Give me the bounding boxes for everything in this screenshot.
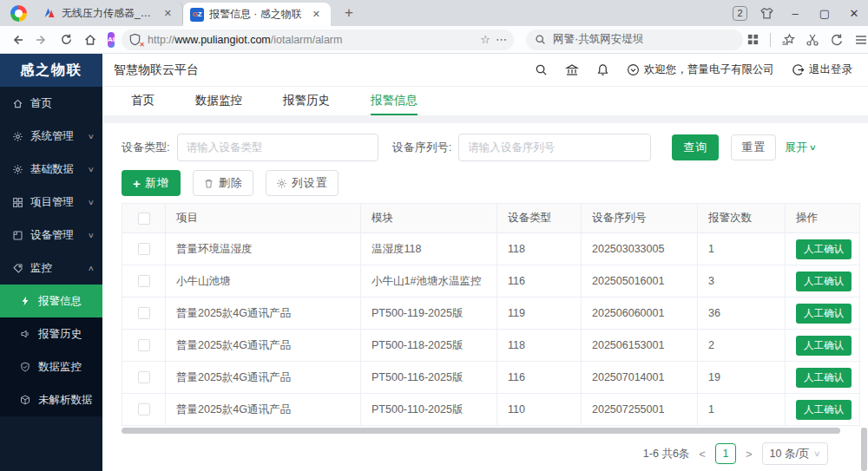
screenshot-scissors-icon[interactable] (806, 33, 819, 47)
col-actions: 操作 (786, 204, 860, 233)
gear-icon (276, 178, 287, 189)
tab2-close-icon[interactable]: ✕ (309, 7, 324, 22)
manual-confirm-button[interactable]: 人工确认 (796, 239, 852, 259)
more-actions-icon[interactable]: ⋯ (496, 33, 507, 46)
window-close-button[interactable]: ✕ (845, 7, 863, 20)
sidebar-item-monitor[interactable]: 监控 ∧ (0, 252, 102, 285)
select-all-checkbox[interactable] (138, 213, 150, 225)
undo-history-icon[interactable] (830, 33, 844, 47)
prev-page-button[interactable]: < (697, 448, 707, 461)
row-checkbox[interactable] (138, 307, 150, 319)
row-checkbox[interactable] (138, 339, 150, 351)
organization-icon[interactable] (565, 63, 579, 77)
sidebar-item-label: 数据监控 (38, 360, 82, 375)
sidebar-item-system[interactable]: 系统管理 ∨ (0, 120, 102, 153)
browser-logo-icon[interactable] (10, 5, 27, 22)
sidebar-item-label: 项目管理 (30, 195, 74, 210)
plus-icon: + (133, 176, 141, 191)
platform-title: 智慧物联云平台 (114, 62, 199, 78)
row-checkbox[interactable] (138, 243, 150, 255)
next-page-button[interactable]: > (744, 448, 754, 461)
table-row: 普量环境温湿度 温湿度118 118 202503033005 1 人工确认 (122, 233, 860, 265)
manual-confirm-button[interactable]: 人工确认 (796, 368, 852, 388)
url-scheme: http:// (148, 34, 174, 46)
quick-search-box[interactable]: 网警·共筑网安堤坝 (526, 29, 743, 50)
site-security-shield-icon[interactable]: ✕ (128, 33, 142, 47)
column-settings-button[interactable]: 列设置 (266, 170, 339, 196)
sidebar-item-basedata[interactable]: 基础数据 ∨ (0, 153, 102, 186)
page-vertical-scrollbar[interactable] (861, 428, 867, 471)
main-panel: 智慧物联云平台 欢迎您，普量电子有限公司 (102, 54, 868, 471)
device-type-input[interactable] (177, 134, 378, 161)
sidebar-item-alarm-history[interactable]: 报警历史 (0, 317, 102, 350)
new-tab-button[interactable]: + (339, 4, 358, 22)
current-page-button[interactable]: 1 (715, 443, 736, 464)
tab-alarm-history[interactable]: 报警历史 (283, 87, 330, 115)
expand-link[interactable]: 展开∨ (785, 140, 816, 155)
manual-confirm-button[interactable]: 人工确认 (796, 271, 852, 291)
sidebar-item-project[interactable]: 项目管理 ∨ (0, 186, 102, 219)
search-button[interactable]: 查询 (672, 134, 719, 160)
reset-button[interactable]: 重置 (731, 134, 776, 160)
manual-confirm-button[interactable]: 人工确认 (796, 336, 852, 356)
maximize-button[interactable]: ▢ (816, 7, 833, 20)
account-menu[interactable]: 欢迎您，普量电子有限公司 (627, 62, 774, 77)
back-button[interactable] (7, 29, 28, 50)
tab-count-badge[interactable]: 2 (733, 6, 747, 21)
browser-tab-alarm[interactable]: GZ 报警信息 · 感之物联 ✕ (183, 3, 331, 26)
device-type-label: 设备类型: (122, 140, 170, 155)
workspace-shirt-icon[interactable] (760, 6, 774, 21)
table-row: 普量2025款4G通讯产品 PT500-119-2025版 119 202506… (122, 298, 860, 330)
header-search-icon[interactable] (535, 63, 548, 76)
chevron-down-icon: ∨ (813, 449, 821, 458)
browser-tab-sensor[interactable]: 无线压力传感器_静力水准仪 ✕ (36, 2, 183, 24)
url-text[interactable]: http://www.puliangiot.com/iotalarm/alarm (148, 34, 475, 46)
page-size-select[interactable]: 10 条/页∨ (762, 442, 828, 465)
sidebar-item-device[interactable]: 设备管理 ∨ (0, 219, 102, 252)
serial-label: 设备序列号: (392, 140, 452, 155)
sidebar-item-unparsed-data[interactable]: 未解析数据 (0, 383, 102, 416)
minimize-button[interactable]: – (786, 7, 804, 20)
sidebar-item-label: 监控 (30, 261, 52, 276)
add-button[interactable]: +新增 (122, 170, 181, 196)
sidebar-item-alarm-info[interactable]: 报警信息 (0, 285, 102, 317)
bookmark-star-icon[interactable]: ☆ (480, 33, 490, 46)
manual-confirm-button[interactable]: 人工确认 (796, 400, 852, 420)
manual-confirm-button[interactable]: 人工确认 (796, 304, 852, 324)
tab-data-monitor[interactable]: 数据监控 (195, 87, 242, 115)
sidebar-item-label: 未解析数据 (38, 393, 93, 408)
logout-button[interactable]: 退出登录 (792, 62, 852, 77)
sidebar: 感之物联 首页 系统管理 ∨ 基础数据 ∨ 项目管理 ∨ (0, 54, 102, 471)
menu-hamburger-icon[interactable] (854, 33, 868, 47)
row-checkbox[interactable] (138, 403, 150, 415)
notifications-bell-icon[interactable] (596, 63, 609, 76)
sidebar-item-data-monitor[interactable]: 数据监控 (0, 350, 102, 383)
lightning-icon (19, 295, 31, 307)
page-tabs: 首页 数据监控 报警历史 报警信息 (102, 87, 868, 116)
reload-button[interactable] (56, 29, 76, 50)
col-alarm-count: 报警次数 (698, 204, 786, 233)
address-bar[interactable]: ✕ http://www.puliangiot.com/iotalarm/ala… (122, 29, 514, 50)
chevron-down-icon: ∨ (88, 133, 95, 141)
sidebar-item-home[interactable]: 首页 (0, 87, 102, 120)
apps-grid-icon[interactable] (746, 33, 760, 46)
delete-button[interactable]: 删除 (193, 170, 253, 196)
favorites-list-icon[interactable] (781, 33, 795, 47)
serial-input[interactable] (458, 134, 651, 161)
cell-device-type: 118 (497, 233, 582, 265)
scrollbar-thumb[interactable] (122, 428, 840, 434)
cell-alarm-count: 1 (698, 394, 786, 426)
table-horizontal-scrollbar[interactable] (122, 427, 859, 434)
home-button[interactable] (80, 29, 101, 50)
row-checkbox[interactable] (138, 371, 150, 383)
toolbar-right-icons (746, 33, 868, 47)
forward-button[interactable] (31, 29, 52, 50)
browser-tab-bar: 无线压力传感器_静力水准仪 ✕ GZ 报警信息 · 感之物联 ✕ + 2 – ▢… (0, 0, 868, 26)
add-label: 新增 (145, 175, 169, 191)
row-checkbox[interactable] (138, 275, 150, 287)
pagination-total: 1-6 共6条 (643, 447, 690, 461)
tab1-close-icon[interactable]: ✕ (161, 6, 175, 21)
ai-assistant-icon[interactable]: AI (108, 32, 115, 48)
tab-home[interactable]: 首页 (131, 87, 155, 115)
tab-alarm-info[interactable]: 报警信息 (371, 87, 418, 115)
